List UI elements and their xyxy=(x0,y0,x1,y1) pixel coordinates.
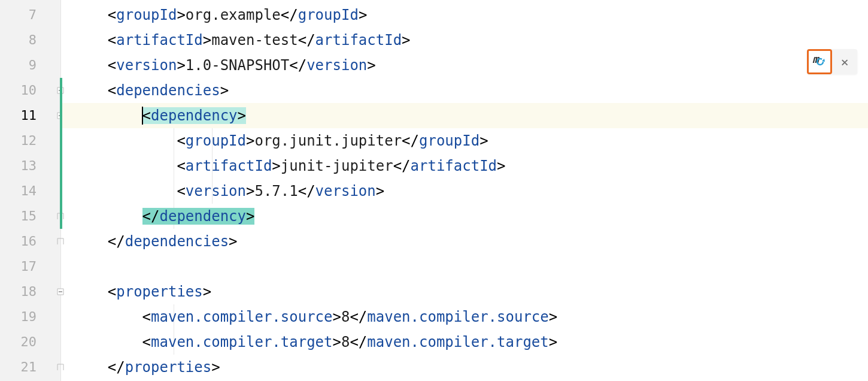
line-number[interactable]: 9 xyxy=(0,53,60,78)
line-number[interactable]: 16 xyxy=(0,229,60,254)
refresh-icon-arrow xyxy=(822,59,825,62)
code-line[interactable]: <groupId>org.example</groupId> xyxy=(61,2,868,28)
code-line[interactable]: </dependencies> xyxy=(61,229,868,254)
line-number[interactable]: 8 xyxy=(0,28,60,53)
code-line[interactable] xyxy=(61,254,868,279)
maven-reload-button[interactable]: m xyxy=(807,49,832,74)
line-number[interactable]: 21 xyxy=(0,355,60,380)
line-number[interactable]: 11 xyxy=(0,103,60,128)
line-number-gutter: 789101112131415161718192021 xyxy=(0,0,61,381)
code-area[interactable]: <groupId>org.example</groupId> <artifact… xyxy=(61,0,868,381)
code-line[interactable]: <maven.compiler.source>8</maven.compiler… xyxy=(61,304,868,329)
code-line[interactable]: </properties> xyxy=(61,355,868,380)
line-number[interactable]: 18 xyxy=(0,279,60,304)
code-line[interactable]: <dependencies> xyxy=(61,78,868,103)
line-number[interactable]: 10 xyxy=(0,78,60,103)
close-icon: × xyxy=(840,55,848,69)
line-number[interactable]: 17 xyxy=(0,254,60,279)
code-line[interactable]: <version>5.7.1</version> xyxy=(61,179,868,204)
line-number[interactable]: 19 xyxy=(0,304,60,329)
code-line[interactable]: <artifactId>junit-jupiter</artifactId> xyxy=(61,153,868,179)
line-number[interactable]: 14 xyxy=(0,179,60,204)
code-line[interactable]: <properties> xyxy=(61,279,868,304)
vcs-change-marker[interactable] xyxy=(60,78,62,229)
maven-reload-widget: m × xyxy=(807,49,857,74)
code-line[interactable]: <groupId>org.junit.jupiter</groupId> xyxy=(61,128,868,153)
code-line[interactable]: <version>1.0-SNAPSHOT</version> xyxy=(61,53,868,78)
code-editor: 789101112131415161718192021 <groupId>org… xyxy=(0,0,868,381)
line-number[interactable]: 7 xyxy=(0,2,60,28)
line-number[interactable]: 15 xyxy=(0,204,60,229)
line-number[interactable]: 20 xyxy=(0,329,60,355)
code-line[interactable]: <artifactId>maven-test</artifactId> xyxy=(61,28,868,53)
line-number[interactable]: 13 xyxy=(0,153,60,179)
line-number[interactable]: 12 xyxy=(0,128,60,153)
code-line[interactable]: </dependency> xyxy=(61,204,868,229)
code-line[interactable]: <dependency> xyxy=(61,103,868,128)
code-line[interactable]: <maven.compiler.target>8</maven.compiler… xyxy=(61,329,868,355)
close-button[interactable]: × xyxy=(832,49,857,74)
